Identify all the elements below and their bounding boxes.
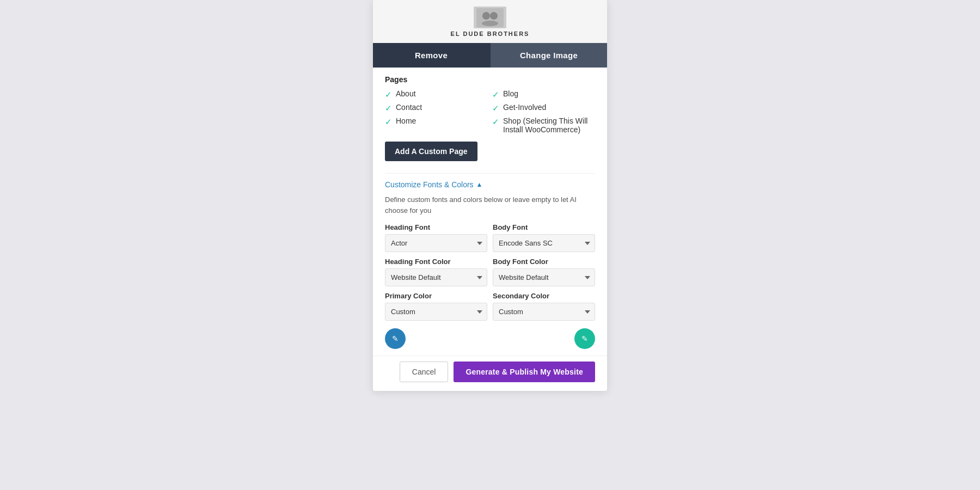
check-icon-blog: ✓ bbox=[492, 90, 499, 100]
page-contact-label: Contact bbox=[396, 103, 422, 112]
primary-color-select[interactable]: Custom bbox=[385, 303, 487, 321]
page-get-involved-label: Get-Involved bbox=[503, 103, 546, 112]
page-home[interactable]: ✓ Home bbox=[385, 117, 488, 134]
image-action-buttons: Remove Change Image bbox=[373, 43, 607, 68]
page-about[interactable]: ✓ About bbox=[385, 89, 488, 100]
logo-area: EL DUDE BROTHERS bbox=[373, 0, 607, 43]
body-font-group: Body Font Encode Sans SC bbox=[493, 223, 595, 252]
check-icon-shop: ✓ bbox=[492, 117, 499, 127]
logo-text: EL DUDE BROTHERS bbox=[451, 30, 530, 37]
font-color-selectors: Heading Font Color Website Default Body … bbox=[385, 258, 595, 286]
body-font-select[interactable]: Encode Sans SC bbox=[493, 234, 595, 252]
secondary-color-group: Secondary Color Custom bbox=[493, 292, 595, 321]
page-blog-label: Blog bbox=[503, 89, 518, 98]
remove-button[interactable]: Remove bbox=[373, 43, 489, 68]
heading-font-select[interactable]: Actor bbox=[385, 234, 487, 252]
page-shop-label: Shop (Selecting This Will Install WooCom… bbox=[503, 117, 595, 134]
generate-publish-button[interactable]: Generate & Publish My Website bbox=[454, 362, 595, 382]
secondary-color-label: Secondary Color bbox=[493, 292, 595, 300]
cancel-button[interactable]: Cancel bbox=[400, 362, 449, 382]
primary-color-group: Primary Color Custom bbox=[385, 292, 487, 321]
pages-section-title: Pages bbox=[385, 75, 595, 84]
primary-color-label: Primary Color bbox=[385, 292, 487, 300]
secondary-color-select[interactable]: Custom bbox=[493, 303, 595, 321]
heading-font-group: Heading Font Actor bbox=[385, 223, 487, 252]
color-circles-row: ✎✎ bbox=[385, 326, 595, 356]
footer-buttons: Cancel Generate & Publish My Website bbox=[373, 356, 607, 391]
page-home-label: Home bbox=[396, 117, 416, 125]
svg-point-1 bbox=[482, 12, 490, 20]
page-get-involved[interactable]: ✓ Get-Involved bbox=[492, 103, 595, 113]
body-font-color-select[interactable]: Website Default bbox=[493, 268, 595, 286]
check-icon-about: ✓ bbox=[385, 90, 392, 100]
page-contact[interactable]: ✓ Contact bbox=[385, 103, 488, 113]
primary-color-picker-circle[interactable]: ✎ bbox=[385, 328, 406, 349]
heading-font-color-group: Heading Font Color Website Default bbox=[385, 258, 487, 286]
customize-fonts-colors-link[interactable]: Customize Fonts & Colors ▲ bbox=[385, 180, 595, 189]
body-font-color-label: Body Font Color bbox=[493, 258, 595, 266]
change-image-button[interactable]: Change Image bbox=[489, 43, 607, 68]
customize-helper-text: Define custom fonts and colors below or … bbox=[385, 194, 595, 216]
svg-point-3 bbox=[482, 21, 498, 26]
customize-arrow-icon: ▲ bbox=[476, 181, 483, 188]
heading-font-label: Heading Font bbox=[385, 223, 487, 231]
add-custom-page-button[interactable]: Add A Custom Page bbox=[385, 142, 477, 161]
body-font-label: Body Font bbox=[493, 223, 595, 231]
check-icon-home: ✓ bbox=[385, 117, 392, 127]
customize-link-text: Customize Fonts & Colors bbox=[385, 180, 474, 189]
heading-font-color-label: Heading Font Color bbox=[385, 258, 487, 266]
page-shop[interactable]: ✓ Shop (Selecting This Will Install WooC… bbox=[492, 117, 595, 134]
page-about-label: About bbox=[396, 89, 416, 98]
pages-grid: ✓ About ✓ Blog ✓ Contact ✓ Get-Involved bbox=[385, 89, 595, 134]
page-blog[interactable]: ✓ Blog bbox=[492, 89, 595, 100]
pages-section: Pages ✓ About ✓ Blog ✓ Contact ✓ bbox=[373, 68, 607, 356]
font-selectors: Heading Font Actor Body Font Encode Sans… bbox=[385, 223, 595, 252]
svg-point-2 bbox=[490, 12, 498, 20]
logo-image bbox=[474, 7, 506, 28]
divider bbox=[385, 173, 595, 174]
body-font-color-group: Body Font Color Website Default bbox=[493, 258, 595, 286]
check-icon-contact: ✓ bbox=[385, 103, 392, 113]
secondary-color-picker-circle[interactable]: ✎ bbox=[574, 328, 595, 349]
heading-font-color-select[interactable]: Website Default bbox=[385, 268, 487, 286]
check-icon-get-involved: ✓ bbox=[492, 103, 499, 113]
color-selectors: Primary Color Custom Secondary Color Cus… bbox=[385, 292, 595, 321]
